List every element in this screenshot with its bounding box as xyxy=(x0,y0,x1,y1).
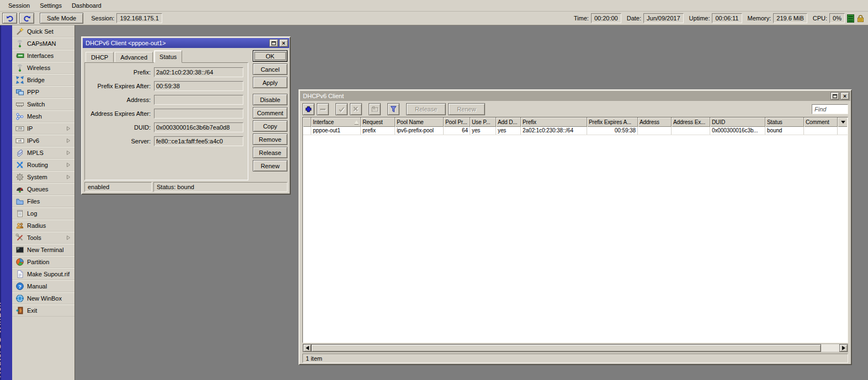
field-input-prefix-expires-after[interactable] xyxy=(154,81,243,91)
item-count-statusbar: 1 item xyxy=(302,354,848,363)
sidebar-item-radius[interactable]: Radius xyxy=(12,220,74,232)
field-input-prefix[interactable] xyxy=(154,67,243,77)
stat-label-4: CPU: xyxy=(813,15,827,22)
column-header-address[interactable]: Address xyxy=(638,117,672,127)
session-value: 192.168.175.1 xyxy=(116,13,162,23)
renew-button[interactable]: Renew xyxy=(448,103,484,115)
find-input[interactable] xyxy=(812,104,848,114)
field-input-duid[interactable] xyxy=(154,122,243,132)
wireless-icon xyxy=(15,63,24,72)
disable-button[interactable]: Disable xyxy=(253,94,287,105)
column-header-add-d[interactable]: Add D... xyxy=(496,117,521,127)
menu-item-session[interactable]: Session xyxy=(3,0,35,11)
tab-advanced[interactable]: Advanced xyxy=(115,52,153,62)
remove-button[interactable]: Remove xyxy=(253,133,287,145)
filter-button[interactable] xyxy=(387,103,400,115)
cell-prefix: 2a02:1c0:230:38::/64 xyxy=(521,127,587,135)
sidebar-item-ppp[interactable]: PPP xyxy=(12,86,74,98)
column-header-address-ex[interactable]: Address Ex... xyxy=(672,117,710,127)
terminal-icon xyxy=(15,245,24,254)
stat-value-3: 219.6 MiB xyxy=(773,13,807,23)
sidebar-item-tools[interactable]: Tools xyxy=(12,232,74,244)
copy-button[interactable]: Copy xyxy=(253,120,287,132)
sidebar-item-capsman[interactable]: CAPsMAN xyxy=(12,38,74,50)
close-icon: × xyxy=(843,93,846,99)
sidebar-item-bridge[interactable]: Bridge xyxy=(12,74,74,86)
dhcpv6-client-dialog: DHCPv6 Client <pppoe-out1> × DHCPAdvance… xyxy=(81,36,291,195)
sidebar-item-ipv6[interactable]: v6IPv6 xyxy=(12,135,74,147)
undo-button[interactable] xyxy=(2,13,17,24)
column-header-flags[interactable] xyxy=(303,117,311,127)
disable-button[interactable] xyxy=(350,103,362,115)
sidebar-item-new-terminal[interactable]: New Terminal xyxy=(12,244,74,256)
table-row[interactable]: pppoe-out1prefixipv6-prefix-pool64yesyes… xyxy=(303,127,848,135)
sidebar-item-new-winbox[interactable]: New WinBox xyxy=(12,292,74,304)
release-button[interactable]: Release xyxy=(253,147,287,158)
interfaces-icon xyxy=(15,51,24,60)
field-input-address[interactable] xyxy=(154,95,243,105)
minus-icon xyxy=(318,105,327,114)
scroll-left-button[interactable] xyxy=(303,344,311,352)
cancel-button[interactable]: Cancel xyxy=(253,63,287,75)
window-titlebar[interactable]: DHCPv6 Client × xyxy=(300,91,850,101)
column-header-prefix[interactable]: Prefix xyxy=(521,117,587,127)
comment-button[interactable] xyxy=(369,103,381,115)
field-input-server[interactable] xyxy=(154,136,243,146)
sidebar-item-make-supout-rif[interactable]: Make Supout.rif xyxy=(12,268,74,280)
sidebar-item-queues[interactable]: Queues xyxy=(12,183,74,195)
add-button[interactable] xyxy=(302,103,315,115)
renew-button[interactable]: Renew xyxy=(253,160,287,172)
sidebar-item-files[interactable]: Files xyxy=(12,195,74,207)
column-header-comment[interactable]: Comment xyxy=(804,117,838,127)
remove-button[interactable] xyxy=(317,103,329,115)
ok-button[interactable]: OK xyxy=(253,50,287,62)
column-header-use-p[interactable]: Use P... xyxy=(470,117,496,127)
close-button[interactable]: × xyxy=(279,39,288,47)
sidebar-item-interfaces[interactable]: Interfaces xyxy=(12,50,74,62)
stat-value-4: 0% xyxy=(829,13,845,23)
brand-strip: RouterOS WinBox xyxy=(0,25,12,380)
sidebar-item-system[interactable]: System xyxy=(12,171,74,183)
sidebar-item-switch[interactable]: Switch xyxy=(12,98,74,110)
sidebar-item-ip[interactable]: 255IP xyxy=(12,122,74,135)
column-header-pool-pr[interactable]: Pool Pr... xyxy=(444,117,470,127)
apply-button[interactable]: Apply xyxy=(253,77,287,88)
comment-button[interactable]: Comment xyxy=(253,107,287,119)
field-input-address-expires-after[interactable] xyxy=(154,109,243,119)
tab-status[interactable]: Status xyxy=(154,50,182,63)
sidebar-item-exit[interactable]: Exit xyxy=(12,304,74,317)
sidebar-item-mesh[interactable]: Mesh xyxy=(12,110,74,122)
close-button[interactable]: × xyxy=(840,92,849,100)
column-header-prefix-expires-a[interactable]: Prefix Expires A... xyxy=(587,117,638,127)
sidebar-item-log[interactable]: Log xyxy=(12,207,74,220)
dialog-titlebar[interactable]: DHCPv6 Client <pppoe-out1> × xyxy=(83,38,289,48)
sidebar-item-partition[interactable]: Partition xyxy=(12,256,74,268)
scrollbar-thumb[interactable] xyxy=(311,344,821,352)
safe-mode-button[interactable]: Safe Mode xyxy=(40,13,83,24)
scroll-right-button[interactable] xyxy=(839,344,848,352)
sidebar-item-manual[interactable]: ?Manual xyxy=(12,280,74,292)
column-header-pool-name[interactable]: Pool Name xyxy=(395,117,444,127)
sidebar-item-quick-set[interactable]: Quick Set xyxy=(12,25,74,38)
cell-use-p: yes xyxy=(470,127,496,135)
column-dropdown-button[interactable] xyxy=(838,117,848,127)
horizontal-scrollbar[interactable] xyxy=(302,344,848,352)
menu-item-settings[interactable]: Settings xyxy=(35,0,67,11)
column-header-duid[interactable]: DUID xyxy=(710,117,765,127)
cell-duid: 0x000300016c3b... xyxy=(710,127,765,135)
enable-button[interactable] xyxy=(336,103,348,115)
sidebar-item-wireless[interactable]: Wireless xyxy=(12,62,74,74)
column-header-status[interactable]: Status xyxy=(765,117,804,127)
brand-vertical-text: RouterOS WinBox xyxy=(0,302,2,378)
tab-dhcp[interactable]: DHCP xyxy=(86,52,114,62)
release-button[interactable]: Release xyxy=(406,103,446,115)
maximize-button[interactable] xyxy=(269,39,278,47)
scrollbar-track[interactable] xyxy=(311,344,839,352)
redo-button[interactable] xyxy=(19,13,34,24)
sidebar-item-routing[interactable]: Routing xyxy=(12,159,74,171)
column-header-interface[interactable]: Interface xyxy=(311,117,361,127)
maximize-button[interactable] xyxy=(830,92,839,100)
column-header-request[interactable]: Request xyxy=(361,117,395,127)
menu-item-dashboard[interactable]: Dashboard xyxy=(67,0,106,11)
sidebar-item-mpls[interactable]: MPLS xyxy=(12,147,74,159)
